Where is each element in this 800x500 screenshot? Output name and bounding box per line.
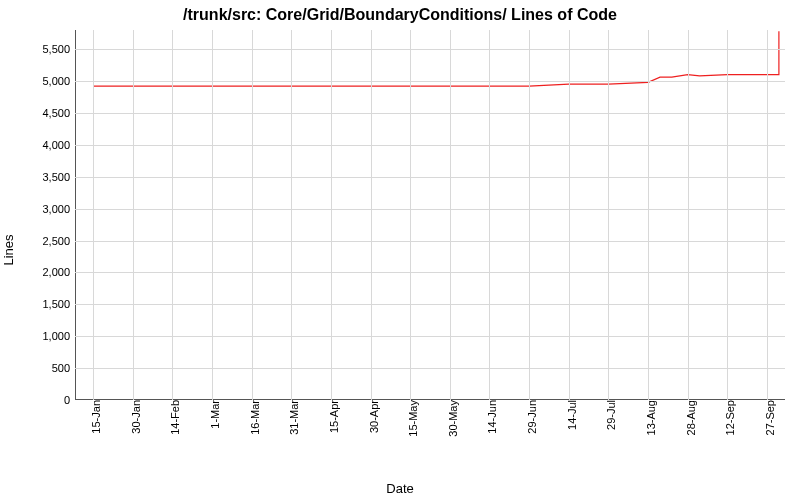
x-tick-label: 14-Jul <box>560 400 577 430</box>
gridline-v <box>252 30 253 400</box>
gridline-v <box>133 30 134 400</box>
x-tick-label: 30-Jan <box>124 400 141 434</box>
gridline-v <box>410 30 411 400</box>
gridline-v <box>371 30 372 400</box>
y-tick-label: 5,500 <box>42 43 75 55</box>
x-tick-label: 31-Mar <box>283 400 300 435</box>
y-tick-label: 1,000 <box>42 330 75 342</box>
x-tick-label: 14-Jun <box>481 400 498 434</box>
gridline-v <box>212 30 213 400</box>
gridline-v <box>608 30 609 400</box>
gridline-v <box>767 30 768 400</box>
y-tick-label: 5,000 <box>42 75 75 87</box>
plot-area: 05001,0001,5002,0002,5003,0003,5004,0004… <box>75 30 785 400</box>
gridline-v <box>291 30 292 400</box>
gridline-v <box>688 30 689 400</box>
y-tick-label: 1,500 <box>42 298 75 310</box>
x-tick-label: 12-Sep <box>719 400 736 435</box>
y-tick-label: 500 <box>52 362 75 374</box>
y-tick-label: 3,500 <box>42 171 75 183</box>
gridline-h <box>75 241 785 242</box>
y-tick-label: 4,000 <box>42 139 75 151</box>
gridline-h <box>75 177 785 178</box>
series-loc <box>93 31 779 86</box>
y-tick-label: 4,500 <box>42 107 75 119</box>
x-tick-label: 14-Feb <box>164 400 181 435</box>
x-tick-label: 30-May <box>441 400 458 437</box>
gridline-h <box>75 145 785 146</box>
gridline-h <box>75 272 785 273</box>
gridline-h <box>75 336 785 337</box>
x-tick-label: 29-Jul <box>600 400 617 430</box>
line-layer <box>75 30 785 400</box>
x-tick-label: 15-Jan <box>85 400 102 434</box>
x-tick-label: 13-Aug <box>640 400 657 435</box>
gridline-h <box>75 49 785 50</box>
gridline-h <box>75 113 785 114</box>
x-tick-label: 15-May <box>402 400 419 437</box>
gridline-h <box>75 209 785 210</box>
gridline-v <box>529 30 530 400</box>
y-tick-label: 3,000 <box>42 203 75 215</box>
chart-container: /trunk/src: Core/Grid/BoundaryConditions… <box>0 0 800 500</box>
gridline-h <box>75 368 785 369</box>
x-tick-label: 28-Aug <box>679 400 696 435</box>
x-tick-label: 16-Mar <box>243 400 260 435</box>
gridline-h <box>75 304 785 305</box>
x-tick-label: 29-Jun <box>521 400 538 434</box>
y-axis-label: Lines <box>1 234 16 265</box>
gridline-v <box>93 30 94 400</box>
x-tick-label: 27-Sep <box>759 400 776 435</box>
gridline-v <box>648 30 649 400</box>
gridline-v <box>489 30 490 400</box>
x-tick-label: 15-Apr <box>322 400 339 433</box>
y-tick-label: 2,000 <box>42 266 75 278</box>
x-axis-label: Date <box>0 481 800 496</box>
gridline-v <box>450 30 451 400</box>
x-tick-label: 1-Mar <box>203 400 220 429</box>
gridline-v <box>331 30 332 400</box>
x-tick-label: 30-Apr <box>362 400 379 433</box>
y-tick-label: 0 <box>64 394 75 406</box>
gridline-v <box>727 30 728 400</box>
gridline-v <box>172 30 173 400</box>
gridline-h <box>75 81 785 82</box>
gridline-v <box>569 30 570 400</box>
chart-title: /trunk/src: Core/Grid/BoundaryConditions… <box>0 6 800 24</box>
y-tick-label: 2,500 <box>42 235 75 247</box>
